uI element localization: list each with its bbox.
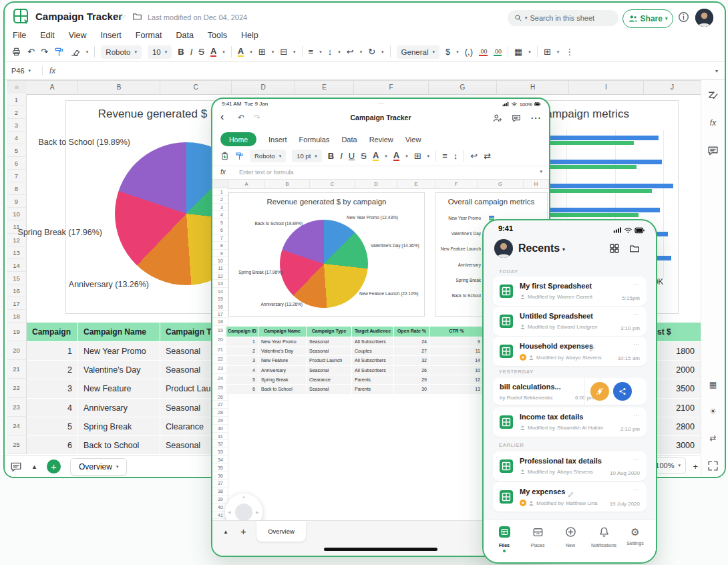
column-header[interactable]: E: [295, 81, 354, 94]
table-cell[interactable]: 1: [226, 337, 258, 346]
column-header[interactable]: E: [397, 180, 435, 188]
comments-icon[interactable]: [10, 461, 22, 473]
text-color-button[interactable]: A: [210, 47, 216, 57]
row-number[interactable]: 15: [212, 295, 228, 303]
table-cell[interactable]: All Subscribers: [352, 365, 394, 375]
chevron-down-icon[interactable]: ▾: [385, 154, 387, 159]
table-row[interactable]: 2Valentine's DaySeasonalCouples2711: [226, 346, 484, 355]
table-row[interactable]: 3New Feature LaunchProduct LaunchAll Sub…: [226, 355, 484, 365]
tab-view[interactable]: View: [405, 136, 421, 144]
favorite-star-icon[interactable]: ☆: [118, 11, 126, 21]
share-user-icon[interactable]: [493, 114, 502, 123]
horizontal-align-button[interactable]: ≡: [309, 47, 314, 57]
chevron-down-icon[interactable]: ▾: [338, 49, 341, 55]
nav-new[interactable]: New: [556, 526, 585, 548]
table-cell[interactable]: Seasonal: [307, 337, 352, 346]
list-item[interactable]: Income tax details ⋯ Modified byShaamikh…: [493, 407, 647, 437]
switch-view-icon[interactable]: ⇄: [709, 433, 716, 443]
list-item[interactable]: Household expenses ⋯ ★Modified byAbayo S…: [493, 337, 647, 366]
table-cell[interactable]: All Subscribers: [352, 355, 394, 365]
borders-button[interactable]: ⊞: [414, 151, 421, 161]
chevron-down-icon[interactable]: ▾: [272, 49, 275, 55]
italic-button[interactable]: I: [340, 151, 343, 161]
table-row[interactable]: 4AnniversarySeasonal: [27, 398, 235, 417]
table-cell[interactable]: 2: [27, 360, 78, 379]
table-cell[interactable]: Product Launch: [307, 355, 352, 365]
share-button[interactable]: Share ▾: [622, 9, 673, 28]
folder-icon[interactable]: [629, 243, 640, 254]
table-cell[interactable]: 29: [394, 375, 430, 384]
sheet-list-up-icon[interactable]: ▲: [223, 529, 228, 535]
list-item[interactable]: My first Spreadsheet ⋯ Modified byWarren…: [493, 276, 647, 306]
sheet-tab-overview[interactable]: Overview: [256, 521, 306, 542]
row-number[interactable]: 28: [212, 409, 228, 417]
column-header[interactable]: D: [232, 81, 295, 94]
row-number[interactable]: 10: [7, 208, 27, 220]
text-color-button[interactable]: A: [393, 152, 399, 161]
strikethrough-button[interactable]: S: [198, 47, 204, 57]
row-number[interactable]: 7: [212, 234, 228, 242]
share-button[interactable]: [613, 382, 632, 401]
list-item-swiped[interactable]: bill calculations... ⋯ by Roelof Bekkene…: [493, 378, 647, 405]
table-cell[interactable]: 10: [430, 365, 484, 375]
column-header[interactable]: Campaign Type: [307, 327, 352, 337]
nav-places[interactable]: Places: [523, 526, 552, 548]
column-header[interactable]: Campaign ID: [27, 323, 78, 341]
table-row[interactable]: 2Valentine's DaySeasonal: [27, 360, 235, 379]
table-cell[interactable]: 4: [226, 365, 258, 375]
folder-icon[interactable]: [132, 11, 142, 21]
table-row[interactable]: 6Back to SchoolSeasonal: [27, 435, 235, 454]
table-cell[interactable]: Anniversary: [78, 398, 160, 417]
menu-view[interactable]: View: [69, 31, 87, 40]
row-number[interactable]: 5: [212, 219, 228, 226]
text-wrap-button[interactable]: ↩: [347, 47, 354, 57]
table-cell[interactable]: 26: [394, 365, 430, 375]
menu-edit[interactable]: Edit: [40, 31, 55, 40]
column-header[interactable]: CTR %: [430, 327, 484, 337]
select-all-corner[interactable]: ılı: [7, 80, 27, 95]
row-number[interactable]: 33: [212, 448, 228, 456]
row-number[interactable]: 8: [212, 242, 228, 249]
table-cell[interactable]: Anniversary: [258, 365, 307, 375]
chevron-down-icon[interactable]: ▾: [86, 49, 89, 55]
chevron-down-icon[interactable]: ▾: [319, 49, 322, 55]
chevron-down-icon[interactable]: ▾: [222, 49, 225, 55]
table-row[interactable]: 1New Year PromoSeasonalAll Subscribers24…: [226, 337, 484, 346]
table-cell[interactable]: Valentine's Day: [258, 346, 307, 355]
zia-assistant-icon[interactable]: [707, 89, 719, 101]
table-cell[interactable]: 6: [27, 435, 78, 454]
table-cell[interactable]: 6: [226, 384, 258, 393]
chevron-down-icon[interactable]: ▾: [381, 49, 384, 55]
row-number[interactable]: 6: [7, 157, 27, 170]
row-number[interactable]: 20: [7, 341, 27, 360]
table-cell[interactable]: Couples: [352, 346, 394, 355]
select-all-corner[interactable]: [212, 180, 228, 188]
chevron-down-icon[interactable]: ▾: [540, 169, 542, 174]
chevron-down-icon[interactable]: ▾: [427, 154, 430, 159]
row-number[interactable]: 25: [7, 435, 27, 454]
row-number[interactable]: 32: [212, 440, 228, 448]
data-form-icon[interactable]: ▦: [709, 380, 717, 389]
increase-decimal-button[interactable]: .00: [494, 48, 502, 56]
column-header[interactable]: B: [78, 81, 160, 94]
indent-button[interactable]: ⇄: [484, 151, 491, 161]
table-cell[interactable]: Parents: [352, 384, 394, 393]
zoom-in-button[interactable]: +: [693, 461, 698, 472]
row-number[interactable]: 7: [7, 170, 27, 182]
print-icon[interactable]: [11, 47, 21, 57]
table-row[interactable]: 1New Year PromoSeasonal: [27, 341, 235, 360]
chevron-down-icon[interactable]: ▾: [250, 49, 252, 55]
conditional-format-button[interactable]: ▦: [514, 47, 522, 57]
row-number[interactable]: 13: [212, 280, 228, 287]
row-number[interactable]: 15: [7, 272, 27, 285]
table-row[interactable]: 5Spring BreakClearance: [27, 417, 235, 435]
joystick-knob[interactable]: [235, 504, 252, 521]
add-sheet-button[interactable]: +: [47, 459, 61, 474]
row-number[interactable]: 2: [212, 196, 228, 203]
column-header[interactable]: D: [355, 180, 397, 188]
row-number[interactable]: 34: [212, 456, 228, 464]
table-row[interactable]: 6Back to SchoolSeasonalParents3013: [226, 384, 484, 393]
italic-button[interactable]: I: [190, 47, 193, 57]
row-number[interactable]: 37: [212, 480, 228, 488]
table-cell[interactable]: 2: [226, 346, 258, 355]
